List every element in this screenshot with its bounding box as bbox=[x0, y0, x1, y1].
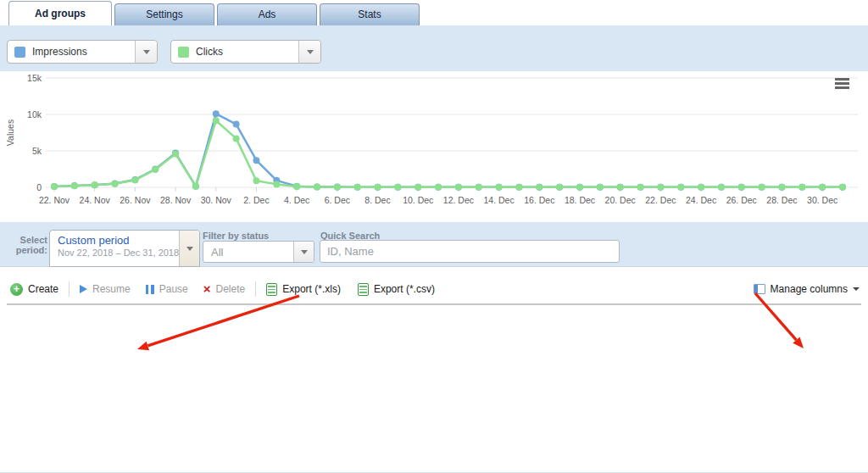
svg-text:Values: Values bbox=[5, 120, 15, 146]
svg-text:22. Nov: 22. Nov bbox=[39, 195, 70, 205]
svg-text:2. Dec: 2. Dec bbox=[243, 195, 269, 205]
status-dropdown-arrow[interactable] bbox=[293, 242, 314, 262]
svg-text:26. Nov: 26. Nov bbox=[120, 195, 151, 205]
svg-text:5k: 5k bbox=[32, 146, 42, 156]
svg-text:24. Nov: 24. Nov bbox=[80, 195, 111, 205]
filter-by-status-label: Filter by status bbox=[203, 231, 269, 241]
period-range: Nov 22, 2018 – Dec 31, 2018 bbox=[58, 248, 199, 258]
export-csv-label: Export (*.csv) bbox=[374, 283, 435, 295]
manage-columns-button[interactable]: Manage columns bbox=[754, 283, 860, 295]
svg-text:20. Dec: 20. Dec bbox=[605, 195, 636, 205]
svg-text:15k: 15k bbox=[27, 73, 42, 83]
tab-bar: Ad groups Settings Ads Stats bbox=[0, 0, 868, 25]
tab-settings[interactable]: Settings bbox=[114, 3, 214, 25]
tab-ads[interactable]: Ads bbox=[217, 3, 317, 25]
svg-text:26. Dec: 26. Dec bbox=[726, 195, 757, 205]
quick-search-input[interactable] bbox=[320, 240, 620, 263]
svg-text:0: 0 bbox=[36, 182, 42, 192]
export-csv-button[interactable]: Export (*.csv) bbox=[358, 283, 435, 296]
svg-text:14. Dec: 14. Dec bbox=[484, 195, 515, 205]
delete-label: Delete bbox=[216, 283, 246, 295]
toolbar-divider bbox=[69, 281, 70, 297]
svg-text:12. Dec: 12. Dec bbox=[443, 195, 474, 205]
status-filter-value: All bbox=[211, 246, 223, 259]
pause-label: Pause bbox=[159, 283, 188, 295]
svg-text:28. Nov: 28. Nov bbox=[160, 195, 192, 205]
pause-icon bbox=[146, 285, 154, 294]
svg-text:30. Nov: 30. Nov bbox=[201, 195, 232, 205]
excel-file-icon bbox=[358, 283, 369, 296]
pause-button[interactable]: Pause bbox=[146, 283, 188, 295]
svg-text:28. Dec: 28. Dec bbox=[766, 195, 797, 205]
chart-menu-icon[interactable] bbox=[835, 78, 849, 91]
ad-groups-table-border: ID Status Name Daily budget Auto Optimiz… bbox=[7, 303, 861, 305]
period-selector-arrow[interactable] bbox=[179, 231, 199, 266]
svg-text:10k: 10k bbox=[27, 109, 42, 120]
tab-ad-groups[interactable]: Ad groups bbox=[8, 1, 112, 25]
export-xls-label: Export (*.xls) bbox=[282, 283, 341, 295]
excel-file-icon bbox=[266, 283, 277, 296]
chart-series-selectors: Impressions Clicks bbox=[7, 40, 321, 64]
manage-columns-label: Manage columns bbox=[771, 283, 848, 295]
resume-label: Resume bbox=[92, 283, 131, 295]
svg-text:16. Dec: 16. Dec bbox=[524, 195, 554, 205]
delete-button[interactable]: × Delete bbox=[203, 283, 245, 295]
period-selector[interactable]: Custom period Nov 22, 2018 – Dec 31, 201… bbox=[49, 230, 200, 267]
columns-icon bbox=[754, 284, 765, 294]
chevron-down-icon bbox=[307, 50, 314, 54]
svg-text:4. Dec: 4. Dec bbox=[284, 195, 309, 205]
svg-text:10. Dec: 10. Dec bbox=[403, 195, 433, 205]
impressions-select-arrow[interactable] bbox=[135, 41, 157, 63]
delete-x-icon: × bbox=[203, 284, 211, 294]
impressions-series-select[interactable]: Impressions bbox=[7, 40, 158, 64]
svg-text:24. Dec: 24. Dec bbox=[686, 195, 716, 205]
plus-icon: + bbox=[10, 283, 23, 296]
chevron-down-icon bbox=[186, 247, 193, 251]
select-period-label: Select period: bbox=[8, 235, 47, 255]
resume-button[interactable]: Resume bbox=[80, 283, 131, 295]
impressions-series-label: Impressions bbox=[32, 46, 87, 58]
clicks-series-select[interactable]: Clicks bbox=[170, 40, 321, 64]
svg-text:8. Dec: 8. Dec bbox=[364, 195, 390, 205]
svg-text:6. Dec: 6. Dec bbox=[325, 195, 350, 205]
toolbar-divider bbox=[255, 281, 256, 297]
chevron-down-icon bbox=[853, 287, 860, 291]
svg-text:30. Dec: 30. Dec bbox=[807, 195, 837, 205]
line-chart-panel: 05k10k15k22. Nov24. Nov26. Nov28. Nov30.… bbox=[0, 71, 868, 222]
tab-stats[interactable]: Stats bbox=[320, 3, 420, 25]
clicks-series-label: Clicks bbox=[196, 46, 223, 58]
status-filter-dropdown[interactable]: All bbox=[203, 241, 314, 263]
chevron-down-icon bbox=[143, 50, 150, 54]
impressions-color-chip bbox=[14, 47, 25, 58]
period-title: Custom period bbox=[58, 234, 199, 247]
svg-text:22. Dec: 22. Dec bbox=[645, 195, 676, 205]
chevron-down-icon bbox=[301, 250, 308, 254]
play-icon bbox=[80, 285, 87, 293]
line-chart: 05k10k15k22. Nov24. Nov26. Nov28. Nov30.… bbox=[0, 71, 868, 222]
toolbar: + Create Resume Pause × Delete Export (*… bbox=[10, 277, 860, 301]
svg-text:18. Dec: 18. Dec bbox=[565, 195, 595, 205]
create-label: Create bbox=[28, 283, 58, 295]
clicks-color-chip bbox=[178, 47, 189, 58]
clicks-select-arrow[interactable] bbox=[298, 41, 320, 63]
export-xls-button[interactable]: Export (*.xls) bbox=[266, 283, 341, 296]
create-button[interactable]: + Create bbox=[10, 283, 58, 296]
